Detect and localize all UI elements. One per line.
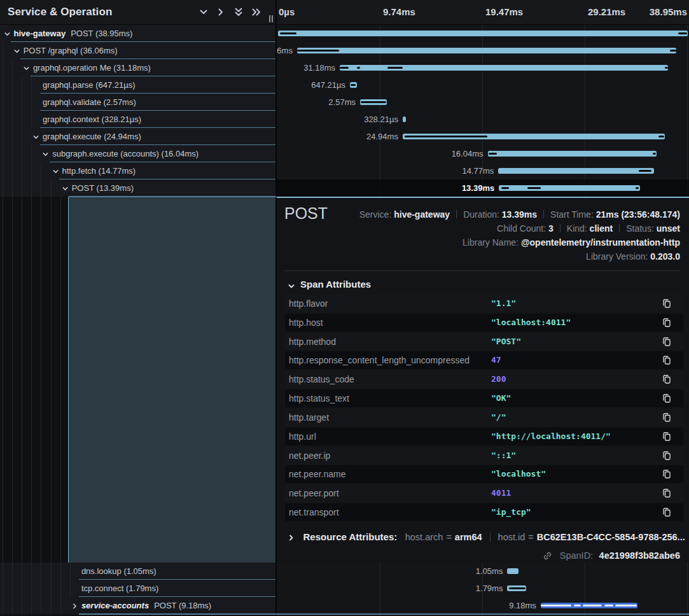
span-bar[interactable] [488, 151, 657, 157]
collapse-span-icon[interactable] [22, 64, 31, 72]
span-bar-row[interactable]: 9.18ms [277, 597, 689, 614]
span-tree-row[interactable]: http.fetch (14.77ms) [0, 162, 275, 179]
span-tree-row[interactable]: POST /graphql (36.06ms) [0, 42, 275, 59]
span-bar[interactable] [507, 568, 518, 574]
attribute-value: "localhost" [491, 465, 546, 483]
span-name-label: POST /graphql (36.06ms) [24, 42, 118, 59]
copy-icon[interactable] [662, 431, 672, 442]
indent-guide [31, 580, 32, 597]
indent-guide [3, 563, 3, 580]
span-bar-row[interactable]: 38.95ms [277, 25, 689, 42]
meta-value: hive-gateway [394, 209, 450, 220]
copy-icon[interactable] [662, 412, 672, 423]
meta-separator [619, 224, 620, 232]
meta-value: unset [657, 223, 680, 234]
collapse-span-icon[interactable] [61, 184, 69, 192]
indent-guide [22, 563, 22, 580]
critical-path-segment [583, 605, 602, 606]
span-bar-row[interactable]: 1.05ms [277, 563, 689, 580]
collapse-span-icon[interactable] [41, 150, 50, 158]
span-bar-row[interactable]: 31.18ms [277, 59, 689, 76]
span-bar-row[interactable]: 2.57ms [277, 94, 689, 111]
attribute-key: http.flavor [289, 295, 328, 312]
indent-guide [31, 94, 32, 111]
span-bar-row[interactable]: 647.21µs [277, 76, 689, 94]
copy-icon[interactable] [662, 393, 672, 403]
span-row: graphql.operation Me (31.18ms)31.18ms [0, 59, 689, 76]
span-bar[interactable] [499, 185, 639, 191]
copy-icon[interactable] [662, 318, 672, 328]
collapse-one-icon[interactable] [198, 6, 209, 18]
copy-icon[interactable] [662, 298, 672, 309]
span-bar[interactable] [498, 168, 653, 174]
span-bar[interactable] [297, 48, 676, 53]
copy-icon[interactable] [662, 507, 672, 517]
span-name-label: graphql.parse (647.21µs) [43, 76, 136, 94]
service-operation-title: Service & Operation [8, 6, 112, 18]
indent-guide [51, 563, 52, 580]
span-tree-row[interactable]: graphql.execute (24.94ms) [0, 128, 275, 145]
column-resize-handle[interactable] [267, 13, 275, 22]
span-row: tcp.connect (1.79ms)1.79ms [0, 580, 689, 597]
collapse-span-icon[interactable] [52, 167, 60, 175]
span-tree-row[interactable]: POST (13.39ms) [0, 179, 275, 197]
span-bar-row[interactable]: 13.39ms [277, 179, 689, 197]
expand-all-icon[interactable] [251, 6, 262, 18]
span-tree-row[interactable]: service-accountsPOST (9.18ms) [0, 597, 275, 614]
indent-guide [3, 42, 3, 59]
span-duration-label: 1.05ms [407, 563, 503, 580]
span-tree-row[interactable]: graphql.operation Me (31.18ms) [0, 59, 275, 76]
span-tree-row[interactable]: graphql.validate (2.57ms) [0, 94, 275, 111]
span-id-row: SpanID: 4e21998f3b82abe6 [543, 550, 680, 563]
span-tree-row[interactable]: graphql.context (328.21µs) [0, 111, 275, 128]
meta-label: Library Name: [463, 237, 521, 248]
critical-path-segment [489, 153, 497, 155]
attribute-row: net.peer.port4011 [285, 484, 683, 502]
collapse-span-icon[interactable] [32, 132, 40, 141]
indent-guide [12, 128, 13, 145]
span-tree-row[interactable]: dns.lookup (1.05ms) [0, 563, 275, 580]
copy-icon[interactable] [662, 469, 672, 479]
copy-icon[interactable] [662, 355, 672, 365]
collapse-all-icon[interactable] [233, 6, 244, 18]
span-duration-label: 1.79ms [407, 580, 503, 597]
span-bar-row[interactable]: 36.06ms [277, 42, 689, 59]
critical-path-segment [297, 50, 339, 52]
collapse-span-icon[interactable] [3, 29, 11, 38]
resource-attributes-toggle[interactable]: Resource Attributes: host.arch=arm64host… [288, 531, 685, 544]
span-tree-row[interactable]: hive-gatewayPOST (38.95ms) [0, 25, 275, 42]
copy-icon[interactable] [662, 488, 672, 498]
span-tree-row[interactable]: tcp.connect (1.79ms) [0, 580, 275, 597]
indent-guide [12, 563, 13, 580]
attribute-value: "POST" [491, 333, 521, 351]
link-icon[interactable] [543, 551, 552, 563]
critical-path-segment [678, 32, 687, 34]
span-bar[interactable] [403, 116, 406, 122]
span-bar-row[interactable]: 24.94ms [277, 128, 689, 145]
span-row: graphql.validate (2.57ms)2.57ms [0, 94, 689, 111]
indent-guide [12, 162, 13, 179]
copy-icon[interactable] [662, 374, 672, 384]
critical-path-segment [604, 605, 613, 606]
copy-icon[interactable] [662, 451, 672, 461]
span-tree-row[interactable]: graphql.parse (647.21µs) [0, 76, 275, 94]
indent-guide [31, 197, 32, 563]
span-bar-row[interactable]: 16.04ms [277, 145, 689, 162]
span-bar-row[interactable]: 14.77ms [277, 162, 689, 179]
span-tree-row[interactable]: subgraph.execute (accounts) (16.04ms) [0, 145, 275, 162]
span-tree-header: Service & Operation [0, 0, 275, 25]
span-row: POST /graphql (36.06ms)36.06ms [0, 42, 689, 59]
copy-icon[interactable] [662, 337, 672, 347]
critical-path-segment [615, 605, 637, 606]
span-duration-label: 13.39ms [399, 179, 494, 197]
attribute-value: "1.1" [491, 295, 516, 312]
span-name-label: graphql.validate (2.57ms) [43, 94, 136, 111]
span-bar[interactable] [278, 31, 688, 36]
expand-span-icon[interactable] [71, 601, 79, 610]
span-bar-row[interactable]: 1.79ms [277, 580, 689, 597]
indent-guide [12, 59, 13, 76]
span-bar-row[interactable]: 328.21µs [277, 111, 689, 128]
meta-value: 21ms (23:56:48.174) [596, 209, 680, 220]
expand-one-icon[interactable] [215, 6, 226, 18]
collapse-span-icon[interactable] [13, 46, 21, 55]
